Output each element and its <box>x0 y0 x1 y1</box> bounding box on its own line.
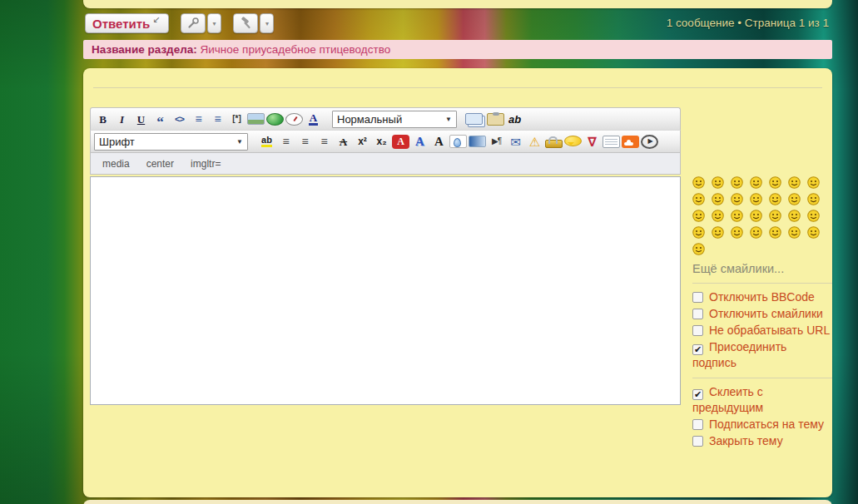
smiley-drool-icon[interactable] <box>731 226 743 239</box>
smiley-silenced-icon[interactable] <box>750 193 762 205</box>
wrench-button[interactable] <box>181 13 206 33</box>
font-select[interactable]: Шрифт ▼ <box>94 133 248 151</box>
smiley-shock-icon[interactable] <box>712 193 724 205</box>
lock-icon[interactable] <box>545 140 563 148</box>
smiley-unsure-icon[interactable] <box>788 193 801 205</box>
checkbox-merge[interactable]: ✔ <box>692 389 703 400</box>
smiley-smile-icon[interactable] <box>712 176 724 189</box>
reply-arrow-icon: ↙ <box>152 14 160 25</box>
code-icon[interactable]: <> <box>171 111 188 128</box>
smiley-giggle-icon[interactable] <box>712 226 724 239</box>
hammer-button[interactable] <box>233 13 258 33</box>
smiley-tongue-icon[interactable] <box>807 226 820 239</box>
checkbox-label-smilies[interactable]: Отключить смайлики <box>709 307 823 320</box>
smiley-cry-icon[interactable] <box>731 193 743 205</box>
checkbox-subscribe[interactable] <box>692 419 703 430</box>
checkbox-smilies[interactable] <box>692 309 703 319</box>
option-merge: ✔Склеить с предыдущим <box>692 384 832 415</box>
smiley-rage-icon[interactable] <box>788 226 801 239</box>
superscript-icon[interactable]: x² <box>354 133 371 151</box>
list-ordered-icon[interactable]: ≡ <box>209 111 226 128</box>
options-divider <box>692 378 832 378</box>
hammer-dropdown-button[interactable]: ▾ <box>260 13 274 33</box>
checkbox-bbcode[interactable] <box>692 292 703 303</box>
topic-actions-row: Ответить ↙ ▾ ▾ <box>85 13 831 35</box>
wrench-dropdown-button[interactable]: ▾ <box>207 13 221 33</box>
next-panel-strip-clipped <box>83 500 832 504</box>
message-body-input[interactable] <box>90 176 681 405</box>
smiley-help-icon[interactable] <box>807 193 820 205</box>
warning-icon[interactable]: ⚠ <box>526 133 543 151</box>
smiley-cool-icon[interactable] <box>692 210 705 222</box>
checkbox-lock[interactable] <box>692 436 703 447</box>
copy-icon[interactable] <box>465 113 483 125</box>
smiley-sleep-icon[interactable] <box>807 210 820 222</box>
checkbox-label-bbcode[interactable]: Отключить BBCode <box>709 290 815 304</box>
smiley-angel-icon[interactable] <box>692 226 705 239</box>
checkbox-label-subscribe[interactable]: Подписаться на тему <box>709 418 824 431</box>
smiley-shades-icon[interactable] <box>769 210 781 222</box>
link-globe-icon[interactable] <box>266 113 284 126</box>
smiley-smoker-icon[interactable] <box>807 176 820 189</box>
paste-icon[interactable] <box>487 113 504 126</box>
ab-text-icon[interactable]: ab <box>506 111 523 128</box>
font-color-icon[interactable]: A <box>305 111 322 128</box>
smiley-smirk-icon[interactable] <box>750 226 762 239</box>
balloon-icon[interactable] <box>564 136 582 146</box>
smiley-angry-icon[interactable] <box>750 210 762 222</box>
subscript-icon[interactable]: x₂ <box>373 133 390 151</box>
smiley-tired-icon[interactable] <box>788 210 801 222</box>
italic-icon[interactable]: I <box>113 111 131 128</box>
list-bullet-icon[interactable]: ≡ <box>190 111 207 128</box>
checkbox-label-signature[interactable]: Присоединить подпись <box>692 340 786 369</box>
tab-center[interactable]: center <box>146 158 174 170</box>
cloud-icon[interactable] <box>622 136 639 148</box>
highlight-icon[interactable]: ab <box>258 133 275 151</box>
smiley-evil-icon[interactable] <box>788 176 801 189</box>
align-right-icon[interactable]: ≡ <box>315 133 333 151</box>
smiley-twisted-icon[interactable] <box>750 176 762 189</box>
checkbox-url[interactable] <box>692 325 703 336</box>
tab-media[interactable]: media <box>102 158 130 170</box>
gradient-icon[interactable] <box>469 136 486 147</box>
smiley-teeth-icon[interactable] <box>731 210 743 222</box>
image-icon[interactable] <box>247 113 265 125</box>
smiley-wave-icon[interactable] <box>692 176 705 189</box>
underline-icon[interactable]: U <box>132 111 150 128</box>
quote-icon[interactable]: “ <box>151 111 169 128</box>
mail-icon[interactable]: ✉ <box>507 133 524 151</box>
smiley-confused-icon[interactable] <box>692 243 705 255</box>
checkbox-label-lock[interactable]: Закрыть тему <box>709 434 783 447</box>
play-icon[interactable]: ▶ <box>641 135 658 149</box>
bbcode-tabs-row: mediacenterimgltr= <box>90 153 681 175</box>
font-blue-icon[interactable]: A <box>411 133 429 151</box>
smiley-wink-icon[interactable] <box>731 176 743 189</box>
align-justify-icon[interactable]: ≡ <box>296 133 314 151</box>
bold-icon[interactable]: B <box>94 111 112 128</box>
list-item-icon[interactable]: [*] <box>228 111 245 128</box>
smiley-surprised-icon[interactable] <box>692 193 705 205</box>
nabla-warning-icon[interactable]: ∇ <box>583 133 601 151</box>
water-drop-icon[interactable] <box>449 135 467 148</box>
select-caret-icon: ▼ <box>445 116 452 123</box>
checkbox-label-url[interactable]: Не обрабатывать URL <box>709 324 830 337</box>
reply-button[interactable]: Ответить ↙ <box>85 13 169 33</box>
remove-format-icon[interactable]: A <box>430 133 448 151</box>
clock-icon[interactable] <box>285 113 303 126</box>
page-info: 1 сообщение • Страница 1 из 1 <box>667 17 829 29</box>
strike-icon[interactable]: A <box>335 133 352 151</box>
ltr-paragraph-icon[interactable]: ▶¶ <box>488 133 505 151</box>
smiley-hypno-icon[interactable] <box>769 226 781 239</box>
font-red-icon[interactable]: A <box>392 135 409 149</box>
section-value[interactable]: Яичное приусадебное птицеводство <box>201 43 391 56</box>
style-select[interactable]: Нормальный ▼ <box>332 111 457 128</box>
more-smilies-link[interactable]: Ещё смайлики... <box>692 262 832 275</box>
toolbar-row-2: Шрифт ▼ ab≡≡≡Ax²x₂AAA▶¶✉⚠∇▶ <box>90 130 681 153</box>
tab-imgltr[interactable]: imgltr= <box>191 158 221 170</box>
smiley-crazy-icon[interactable] <box>712 210 724 222</box>
smiley-grin-icon[interactable] <box>769 193 781 205</box>
align-center-icon[interactable]: ≡ <box>277 133 295 151</box>
checkbox-signature[interactable]: ✔ <box>692 344 703 355</box>
doc-info-icon[interactable] <box>603 136 620 148</box>
smiley-sad-icon[interactable] <box>769 176 781 189</box>
